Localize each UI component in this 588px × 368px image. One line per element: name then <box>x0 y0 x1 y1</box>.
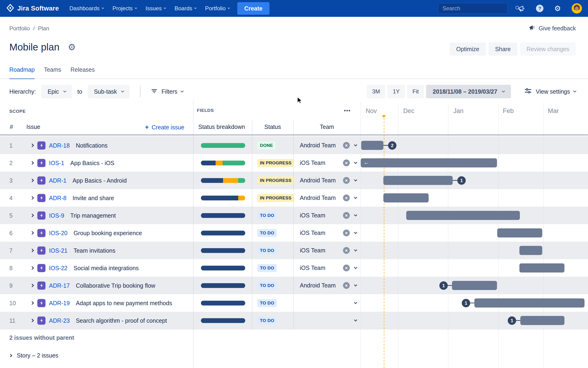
announcements-icon[interactable] <box>518 5 525 12</box>
team-cell[interactable] <box>293 294 360 312</box>
dependency-count-badge[interactable]: 1 <box>508 316 516 325</box>
team-dropdown-chevron-icon[interactable] <box>354 143 357 147</box>
expand-chevron-icon[interactable] <box>30 231 34 235</box>
gantt-bar[interactable] <box>383 176 453 185</box>
range-1y-button[interactable]: 1Y <box>387 85 405 98</box>
expand-chevron-icon[interactable] <box>30 213 34 217</box>
issue-key-link[interactable]: ADR-8 <box>49 194 66 201</box>
tab-releases[interactable]: Releases <box>71 66 95 79</box>
filters-button[interactable]: Filters <box>151 87 183 96</box>
dependency-count-badge[interactable]: 1 <box>462 299 470 307</box>
remove-team-icon[interactable]: × <box>343 177 350 184</box>
team-dropdown-chevron-icon[interactable] <box>354 231 357 234</box>
expand-chevron-icon[interactable] <box>30 266 34 270</box>
team-dropdown-chevron-icon[interactable] <box>354 318 357 322</box>
gantt-bar[interactable] <box>519 246 542 255</box>
nav-item-issues[interactable]: Issues <box>141 0 170 17</box>
team-cell[interactable]: iOS Team × <box>293 242 360 259</box>
dependency-count-badge[interactable]: 1 <box>457 176 466 185</box>
team-dropdown-chevron-icon[interactable] <box>354 266 357 269</box>
issue-key-link[interactable]: ADR-17 <box>49 282 70 289</box>
expand-chevron-icon[interactable] <box>30 319 34 322</box>
jira-brand[interactable]: Jira Software <box>6 4 59 13</box>
gantt-bar[interactable] <box>520 316 564 325</box>
issue-key-link[interactable]: ADR-19 <box>49 300 70 306</box>
gantt-bar[interactable] <box>497 228 542 238</box>
expand-chevron-icon[interactable] <box>30 161 34 165</box>
remove-team-icon[interactable]: × <box>343 282 350 289</box>
share-button[interactable]: Share <box>489 43 517 55</box>
issue-key-link[interactable]: IOS-22 <box>49 265 67 271</box>
story-group-row[interactable]: Story – 2 issues <box>9 352 58 359</box>
remove-team-icon[interactable]: × <box>343 194 350 201</box>
range-3m-button[interactable]: 3M <box>367 85 385 98</box>
team-cell[interactable]: Android Team × <box>293 137 360 154</box>
team-cell[interactable]: iOS Team × <box>293 207 360 224</box>
expand-chevron-icon[interactable] <box>30 248 34 252</box>
help-icon[interactable]: ? <box>536 5 543 12</box>
tab-teams[interactable]: Teams <box>44 66 61 79</box>
breadcrumb-portfolio[interactable]: Portfolio <box>9 25 30 32</box>
expand-chevron-icon[interactable] <box>30 301 34 305</box>
team-dropdown-chevron-icon[interactable] <box>354 248 357 251</box>
gantt-bar[interactable] <box>383 193 429 202</box>
gantt-bar[interactable] <box>474 298 585 308</box>
issue-key-link[interactable]: ADR-23 <box>49 317 70 324</box>
expand-chevron-icon[interactable] <box>30 196 34 200</box>
settings-gear-icon[interactable]: ⚙ <box>554 5 561 12</box>
dependency-count-badge[interactable]: 1 <box>439 281 448 290</box>
remove-team-icon[interactable]: × <box>343 230 350 236</box>
nav-item-portfolio[interactable]: Portfolio <box>201 0 234 17</box>
team-dropdown-chevron-icon[interactable] <box>354 213 357 216</box>
team-dropdown-chevron-icon[interactable] <box>354 178 357 181</box>
gantt-bar[interactable]: ← <box>361 158 497 167</box>
gantt-bar[interactable] <box>406 211 520 220</box>
remove-team-icon[interactable]: × <box>343 212 350 219</box>
remove-team-icon[interactable]: × <box>343 247 350 254</box>
team-dropdown-chevron-icon[interactable] <box>354 161 357 164</box>
gantt-bar[interactable] <box>519 263 564 273</box>
remove-team-icon[interactable]: × <box>343 142 350 149</box>
team-cell[interactable]: Android Team × <box>293 189 360 207</box>
view-settings-button[interactable]: View settings <box>524 87 576 96</box>
issue-key-link[interactable]: IOS-9 <box>49 212 64 219</box>
search-input[interactable] <box>442 5 515 12</box>
team-cell[interactable]: iOS Team × <box>293 259 360 277</box>
expand-chevron-icon[interactable] <box>30 178 34 182</box>
issue-key-link[interactable]: IOS-1 <box>49 159 64 166</box>
hierarchy-to-dropdown[interactable]: Sub-task <box>88 85 130 98</box>
team-cell[interactable] <box>293 312 360 329</box>
nav-item-dashboards[interactable]: Dashboards <box>65 0 108 17</box>
create-button[interactable]: Create <box>237 2 269 15</box>
range-fit-button[interactable]: Fit <box>407 85 424 98</box>
create-issue-button[interactable]: + Create issue <box>145 124 184 131</box>
tab-roadmap[interactable]: Roadmap <box>9 66 35 79</box>
review-changes-button[interactable]: Review changes <box>520 43 576 55</box>
more-options-button[interactable]: ••• <box>344 108 351 114</box>
breadcrumb-plan[interactable]: Plan <box>38 25 49 32</box>
remove-team-icon[interactable]: × <box>343 265 350 271</box>
user-avatar[interactable] <box>572 3 582 14</box>
global-search[interactable] <box>438 3 508 14</box>
issue-key-link[interactable]: ADR-18 <box>49 142 70 149</box>
issue-key-link[interactable]: IOS-20 <box>49 230 67 236</box>
team-cell[interactable]: iOS Team × <box>293 154 360 172</box>
team-cell[interactable]: Android Team × <box>293 172 360 189</box>
team-dropdown-chevron-icon[interactable] <box>354 301 357 304</box>
gantt-bar[interactable] <box>361 141 383 150</box>
expand-chevron-icon[interactable] <box>30 284 34 287</box>
nav-item-boards[interactable]: Boards <box>170 0 201 17</box>
team-cell[interactable]: Android Team × <box>293 277 360 294</box>
remove-team-icon[interactable]: × <box>343 159 350 166</box>
give-feedback-button[interactable]: Give feedback <box>529 24 576 32</box>
plan-settings-gear-icon[interactable]: ⚙ <box>68 43 76 52</box>
team-dropdown-chevron-icon[interactable] <box>354 196 357 199</box>
team-cell[interactable]: iOS Team × <box>293 224 360 242</box>
optimize-button[interactable]: Optimize <box>450 43 486 55</box>
dependency-count-badge[interactable]: 2 <box>388 141 396 150</box>
date-range-dropdown[interactable]: 2018/11/08 – 2019/03/27 <box>426 85 511 98</box>
gantt-bar[interactable] <box>452 281 497 290</box>
team-dropdown-chevron-icon[interactable] <box>354 283 357 286</box>
expand-chevron-icon[interactable] <box>30 143 34 147</box>
nav-item-projects[interactable]: Projects <box>108 0 141 17</box>
